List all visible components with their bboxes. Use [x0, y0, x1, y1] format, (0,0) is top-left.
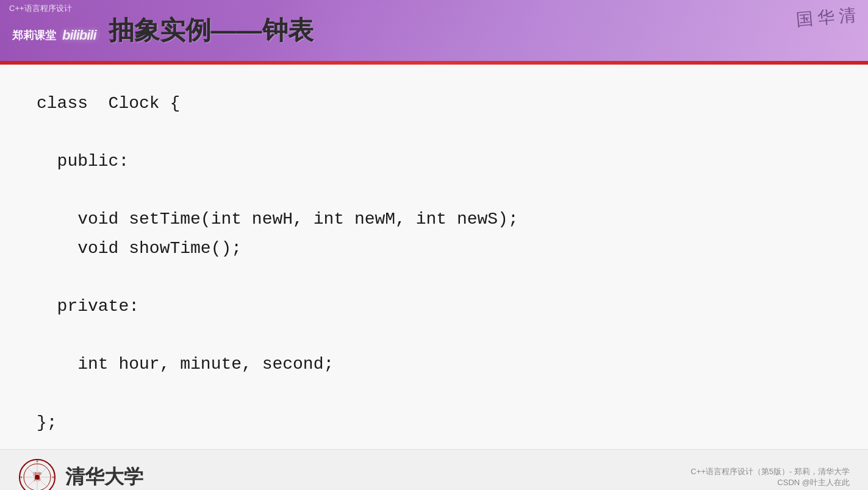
- code-line-6: void showTime();: [37, 234, 831, 263]
- main-content: class Clock { public: void setTime(int n…: [0, 65, 868, 449]
- university-name: 清华大学: [65, 464, 143, 490]
- svg-point-10: [52, 476, 54, 478]
- channel-label: 郑莉课堂: [12, 28, 56, 43]
- code-line-11: [37, 379, 831, 408]
- code-line-9: [37, 321, 831, 350]
- bilibili-label: bilibili: [62, 27, 96, 43]
- code-block: class Clock { public: void setTime(int n…: [37, 89, 831, 437]
- slide-title: 抽象实例——钟表: [109, 13, 314, 48]
- code-line-7: [37, 263, 831, 293]
- footer-left: 清华 大学 清华大学: [18, 458, 143, 490]
- svg-point-9: [21, 476, 23, 478]
- header-calligraphy: 国 华 清: [796, 6, 856, 29]
- copyright-text: C++语言程序设计（第5版）- 郑莉，清华大学: [690, 466, 850, 477]
- svg-point-7: [37, 460, 38, 462]
- code-line-12: };: [37, 408, 831, 438]
- university-seal: 清华 大学: [18, 458, 56, 490]
- watermark-text: CSDN @叶主人在此: [690, 477, 850, 488]
- calligraphy-text: 国 华 清: [795, 4, 857, 32]
- code-line-3: public:: [37, 147, 831, 176]
- footer-right: C++语言程序设计（第5版）- 郑莉，清华大学 CSDN @叶主人在此: [690, 466, 850, 488]
- code-line-5: void setTime(int newH, int newM, int new…: [37, 205, 831, 234]
- code-line-2: [37, 118, 831, 147]
- code-line-10: int hour, minute, second;: [37, 350, 831, 379]
- code-line-8: private:: [37, 292, 831, 321]
- cpp-top-label: C++语言程序设计: [9, 3, 72, 14]
- svg-text:大学: 大学: [34, 478, 41, 481]
- header-left: 郑莉课堂 bilibili: [12, 27, 96, 43]
- code-line-1: class Clock {: [37, 89, 831, 118]
- svg-text:清华: 清华: [33, 472, 41, 477]
- header-bar: C++语言程序设计 郑莉课堂 bilibili 抽象实例——钟表 国 华 清: [0, 0, 868, 61]
- code-line-4: [37, 176, 831, 205]
- footer: 清华 大学 清华大学 C++语言程序设计（第5版）- 郑莉，清华大学 CSDN …: [0, 449, 868, 490]
- slide-container: C++语言程序设计 郑莉课堂 bilibili 抽象实例——钟表 国 华 清 c…: [0, 0, 868, 490]
- cpp-label: C++语言程序设计: [9, 4, 72, 13]
